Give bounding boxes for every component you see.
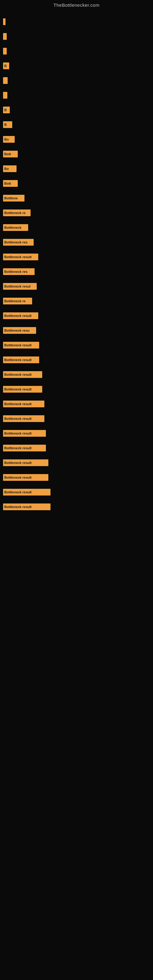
bar-row: Bottleneck resul	[3, 282, 153, 291]
bar	[3, 48, 7, 54]
bar: Bott	[3, 151, 18, 158]
bar: Bottleneck result	[3, 312, 38, 319]
bar-row: Bottleneck	[3, 223, 153, 232]
bar-row: Bottleneck result	[3, 341, 153, 350]
bar-label: Bottleneck re	[4, 211, 26, 215]
bar: Bottleneck result	[3, 371, 42, 378]
bar-row: Bottleneck result	[3, 400, 153, 408]
bar: Bottleneck re	[3, 210, 30, 216]
bar-row: Bottleneck re	[3, 208, 153, 217]
bar-label: Bottleneck result	[4, 387, 32, 391]
site-title: TheBottlenecker.com	[0, 0, 153, 9]
bar: Bottleneck result	[3, 430, 46, 437]
bar-label: B	[4, 108, 7, 112]
bar-row: Bottleneck result	[3, 370, 153, 379]
bar: Bottleneck	[3, 224, 28, 231]
bar-row: Bottleneck result	[3, 458, 153, 467]
bar-label: Bottleneck result	[4, 343, 32, 347]
bar-label: Bottleneck result	[4, 255, 32, 259]
bar-row: B	[3, 106, 153, 114]
bar-row: Bottleneck result	[3, 385, 153, 393]
bar: Bo	[3, 165, 16, 172]
bar-label: Bottlene	[4, 196, 18, 200]
bar-row: Bottleneck result	[3, 429, 153, 438]
bar-row: Bottleneck resu	[3, 326, 153, 335]
bar-row: Bottlene	[3, 194, 153, 202]
bar: Bottleneck result	[3, 254, 38, 260]
bar: Bottleneck result	[3, 474, 48, 481]
bar: Bottleneck result	[3, 386, 42, 393]
bar-row: Bottleneck res	[3, 267, 153, 276]
bar-label: Bottleneck result	[4, 446, 32, 450]
bar-label: Bottleneck resul	[4, 285, 30, 288]
bar-row	[3, 91, 153, 100]
bar-label: Bottleneck result	[4, 505, 32, 509]
bar-row	[3, 32, 153, 41]
bar-label: B	[4, 64, 7, 68]
bar-label: Bottleneck result	[4, 402, 32, 406]
bar	[3, 92, 7, 99]
bar: Bo	[3, 136, 15, 143]
bar-label: Bo	[4, 167, 9, 170]
bar-row	[3, 18, 153, 26]
bar-row: Bott	[3, 179, 153, 188]
bar-label: Bottleneck result	[4, 314, 32, 318]
bar	[3, 18, 5, 25]
bar-row: B	[3, 62, 153, 70]
bar: Bottleneck result	[3, 460, 48, 466]
bar-label: Bottleneck result	[4, 490, 32, 494]
bar-label: Bo	[4, 137, 9, 141]
bar-label: Bottleneck result	[4, 373, 32, 376]
bar-label: Bott	[4, 181, 11, 185]
bar: Bottleneck res	[3, 268, 35, 275]
bar-row: Bottleneck result	[3, 444, 153, 452]
bar-row: Bottleneck result	[3, 473, 153, 482]
bar-label: Bottleneck re	[4, 299, 26, 303]
bar: B	[3, 121, 12, 128]
bar: B	[3, 107, 10, 113]
bar-row: Bottleneck result	[3, 488, 153, 496]
bar-label: Bottleneck	[4, 226, 21, 229]
bar-label: Bottleneck res	[4, 240, 27, 244]
bar: Bottleneck result	[3, 401, 45, 407]
bar-row: Bo	[3, 164, 153, 173]
bar: B	[3, 62, 9, 69]
bar: Bottleneck resul	[3, 283, 37, 290]
bar: Bottleneck result	[3, 503, 51, 510]
bar: Bottleneck result	[3, 415, 45, 422]
bar	[3, 77, 8, 84]
bar-row	[3, 47, 153, 56]
bar-row: Bottleneck res	[3, 238, 153, 247]
bar-row	[3, 76, 153, 85]
bar-label: Bottleneck result	[4, 461, 32, 465]
bar: Bottleneck result	[3, 342, 39, 348]
bar-row: Bottleneck result	[3, 312, 153, 320]
bar: Bottleneck result	[3, 489, 51, 495]
bar-label: Bottleneck result	[4, 476, 32, 479]
bar: Bottleneck resu	[3, 327, 36, 334]
bar: Bottlene	[3, 195, 24, 202]
bar-row: Bottleneck result	[3, 414, 153, 423]
bar-row: Bo	[3, 135, 153, 144]
bar-row: Bottleneck result	[3, 253, 153, 261]
bar-label: Bottleneck result	[4, 417, 32, 420]
bar: Bottleneck result	[3, 356, 39, 363]
bar-row: Bottleneck result	[3, 356, 153, 364]
bar: Bottleneck res	[3, 239, 33, 246]
bar-label: Bottleneck resu	[4, 329, 30, 332]
bar-label: Bottleneck result	[4, 431, 32, 435]
bar	[3, 33, 7, 40]
bar-row: Bottleneck result	[3, 503, 153, 511]
bar: Bottleneck result	[3, 445, 46, 452]
bar-label: Bottleneck result	[4, 358, 32, 362]
bar-label: Bottleneck res	[4, 270, 27, 274]
bar-row: Bottleneck re	[3, 297, 153, 305]
bar-row: B	[3, 120, 153, 129]
bar-label: B	[4, 123, 7, 126]
bar: Bottleneck re	[3, 298, 32, 304]
bar-row: Bott	[3, 150, 153, 158]
bar: Bott	[3, 180, 18, 187]
bar-label: Bott	[4, 152, 11, 156]
bars-container: BBBBoBottBoBottBottleneBottleneck reBott…	[0, 9, 153, 515]
